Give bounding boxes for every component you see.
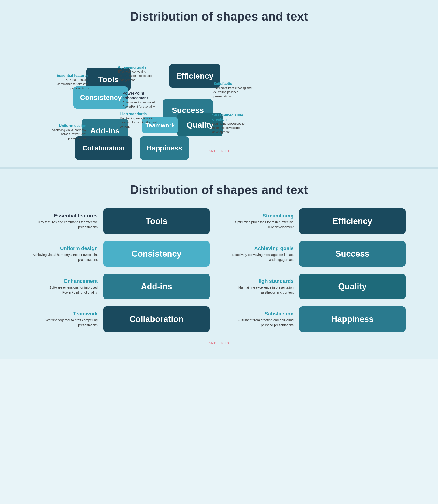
box-efficiency: Efficiency bbox=[299, 208, 405, 234]
box-success: Success bbox=[299, 241, 405, 267]
label-essential-grid: Essential features Key features and comm… bbox=[33, 213, 98, 230]
label-streamlining-grid: Streamlining Optimizing processes for fa… bbox=[228, 213, 294, 230]
label-streamlined: Streamlined slide creation Optimizing pr… bbox=[212, 113, 254, 134]
scatter-happiness: Happiness bbox=[140, 136, 189, 160]
box-consistency: Consistency bbox=[103, 241, 210, 267]
grid-row-efficiency: Streamlining Optimizing processes for fa… bbox=[228, 208, 405, 234]
section-grid: Distribution of shapes and text Essentia… bbox=[0, 167, 438, 359]
grid-row-consistency: Uniform design Achieving visual harmony … bbox=[33, 241, 210, 267]
label-achieving-grid: Achieving goals Effectively conveying me… bbox=[228, 246, 294, 262]
label-uniform-grid: Uniform design Achieving visual harmony … bbox=[33, 246, 98, 262]
box-quality: Quality bbox=[299, 274, 405, 299]
section1-title: Distribution of shapes and text bbox=[14, 9, 424, 23]
box-happiness: Happiness bbox=[299, 306, 405, 332]
label-satisfaction: Satisfaction Fulfillment from creating a… bbox=[213, 82, 254, 99]
section-scatter: Distribution of shapes and text Tools Co… bbox=[0, 0, 438, 167]
grid-row-quality: High standards Maintaining excellence in… bbox=[228, 274, 405, 299]
section2-title: Distribution of shapes and text bbox=[14, 183, 424, 197]
label-achieving: Achieving goals Effectively conveying me… bbox=[118, 65, 160, 82]
grid-container: Essential features Key features and comm… bbox=[33, 208, 405, 332]
scatter-efficiency: Efficiency bbox=[169, 64, 220, 88]
box-addins: Add-ins bbox=[103, 274, 210, 299]
box-tools: Tools bbox=[103, 208, 210, 234]
label-powerpoint: PowerPoint enhancement Extensions for im… bbox=[122, 91, 169, 109]
grid-row-success: Achieving goals Effectively conveying me… bbox=[228, 241, 405, 267]
box-collaboration: Collaboration bbox=[103, 306, 210, 332]
grid-row-addins: Enhancement Software extensions for impr… bbox=[33, 274, 210, 299]
label-high-standards-grid: High standards Maintaining excellence in… bbox=[228, 278, 294, 295]
scatter-container: Tools Consistency Add-ins Collaboration … bbox=[14, 35, 424, 147]
label-satisfaction-grid: Satisfaction Fulfillment from creating a… bbox=[228, 311, 294, 328]
label-teamwork-grid: Teamwork Working together to craft compe… bbox=[33, 311, 98, 328]
label-essential: Essential features Key features and comm… bbox=[54, 74, 89, 90]
label-enhancement-grid: Enhancement Software extensions for impr… bbox=[33, 278, 98, 295]
grid-row-collaboration: Teamwork Working together to craft compe… bbox=[33, 306, 210, 332]
grid-row-happiness: Satisfaction Fulfillment from creating a… bbox=[228, 306, 405, 332]
label-uniform: Uniform design Achieving visual harmony … bbox=[50, 124, 86, 141]
ampler-logo-2: AMPLER.IO bbox=[14, 341, 424, 345]
grid-row-tools: Essential features Key features and comm… bbox=[33, 208, 210, 234]
label-high-standards: High standards Maintaining excellence in… bbox=[120, 112, 164, 129]
